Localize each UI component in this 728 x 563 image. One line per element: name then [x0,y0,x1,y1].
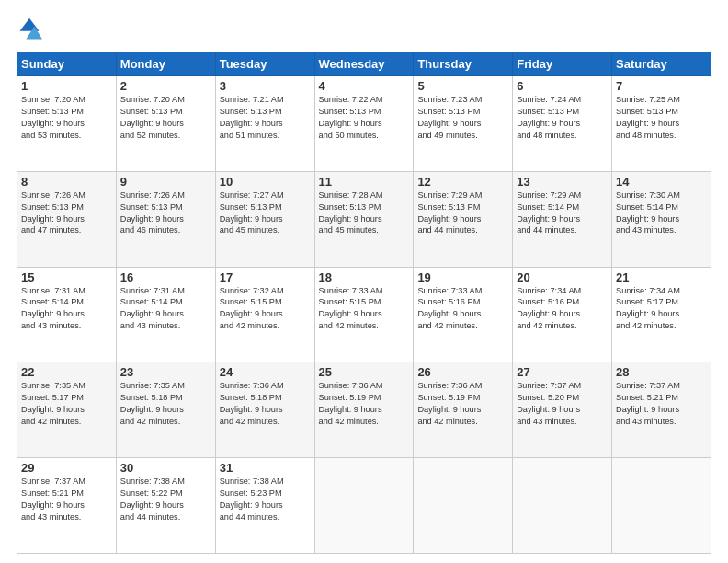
day-number: 17 [220,270,311,284]
calendar-cell: 30Sunrise: 7:38 AM Sunset: 5:22 PM Dayli… [116,458,215,554]
calendar-cell: 3Sunrise: 7:21 AM Sunset: 5:13 PM Daylig… [215,76,314,172]
day-info: Sunrise: 7:34 AM Sunset: 5:17 PM Dayligh… [616,285,707,333]
calendar-cell: 25Sunrise: 7:36 AM Sunset: 5:19 PM Dayli… [314,362,414,458]
calendar-cell: 26Sunrise: 7:36 AM Sunset: 5:19 PM Dayli… [414,362,513,458]
weekday-header-tuesday: Tuesday [215,52,314,76]
calendar-cell [612,458,711,554]
day-info: Sunrise: 7:35 AM Sunset: 5:17 PM Dayligh… [21,380,112,428]
day-number: 13 [517,175,608,189]
day-info: Sunrise: 7:20 AM Sunset: 5:13 PM Dayligh… [21,94,112,142]
day-info: Sunrise: 7:36 AM Sunset: 5:19 PM Dayligh… [417,380,508,428]
day-number: 16 [120,270,211,284]
day-info: Sunrise: 7:36 AM Sunset: 5:18 PM Dayligh… [220,380,311,428]
calendar-cell: 9Sunrise: 7:26 AM Sunset: 5:13 PM Daylig… [116,171,215,267]
day-info: Sunrise: 7:38 AM Sunset: 5:22 PM Dayligh… [120,476,211,523]
day-number: 10 [220,175,311,189]
calendar-cell: 15Sunrise: 7:31 AM Sunset: 5:14 PM Dayli… [17,267,117,362]
calendar-cell: 31Sunrise: 7:38 AM Sunset: 5:23 PM Dayli… [215,458,314,554]
day-info: Sunrise: 7:31 AM Sunset: 5:14 PM Dayligh… [120,285,211,333]
day-info: Sunrise: 7:34 AM Sunset: 5:16 PM Dayligh… [517,285,608,333]
calendar-cell: 17Sunrise: 7:32 AM Sunset: 5:15 PM Dayli… [215,267,314,362]
day-number: 3 [220,79,311,93]
logo-icon [17,17,42,42]
weekday-header-sunday: Sunday [17,52,117,76]
day-info: Sunrise: 7:32 AM Sunset: 5:15 PM Dayligh… [220,285,311,333]
day-info: Sunrise: 7:35 AM Sunset: 5:18 PM Dayligh… [120,380,211,428]
day-number: 15 [21,270,112,284]
calendar-cell: 27Sunrise: 7:37 AM Sunset: 5:20 PM Dayli… [513,362,612,458]
day-info: Sunrise: 7:24 AM Sunset: 5:13 PM Dayligh… [517,94,608,142]
day-number: 28 [616,365,707,379]
calendar-cell: 14Sunrise: 7:30 AM Sunset: 5:14 PM Dayli… [612,171,711,267]
day-info: Sunrise: 7:37 AM Sunset: 5:21 PM Dayligh… [616,380,707,428]
day-number: 19 [417,270,508,284]
day-info: Sunrise: 7:27 AM Sunset: 5:13 PM Dayligh… [220,190,311,237]
calendar-cell [414,458,513,554]
day-number: 5 [417,79,508,93]
calendar-cell: 8Sunrise: 7:26 AM Sunset: 5:13 PM Daylig… [17,171,117,267]
day-number: 1 [21,79,112,93]
day-info: Sunrise: 7:33 AM Sunset: 5:16 PM Dayligh… [417,285,508,333]
day-number: 31 [220,461,311,475]
svg-marker-0 [20,18,40,31]
calendar-cell: 21Sunrise: 7:34 AM Sunset: 5:17 PM Dayli… [612,267,711,362]
day-number: 23 [120,365,211,379]
day-number: 6 [517,79,608,93]
calendar-cell: 29Sunrise: 7:37 AM Sunset: 5:21 PM Dayli… [17,458,117,554]
weekday-header-saturday: Saturday [612,52,711,76]
calendar-cell [314,458,414,554]
weekday-header-wednesday: Wednesday [314,52,414,76]
calendar-cell: 10Sunrise: 7:27 AM Sunset: 5:13 PM Dayli… [215,171,314,267]
day-info: Sunrise: 7:20 AM Sunset: 5:13 PM Dayligh… [120,94,211,142]
day-number: 30 [120,461,211,475]
day-number: 2 [120,79,211,93]
calendar-week-2: 8Sunrise: 7:26 AM Sunset: 5:13 PM Daylig… [17,171,711,267]
day-number: 12 [417,175,508,189]
calendar-cell: 2Sunrise: 7:20 AM Sunset: 5:13 PM Daylig… [116,76,215,172]
calendar-table: SundayMondayTuesdayWednesdayThursdayFrid… [17,52,711,554]
day-info: Sunrise: 7:33 AM Sunset: 5:15 PM Dayligh… [319,285,410,333]
day-number: 18 [319,270,410,284]
calendar-cell: 19Sunrise: 7:33 AM Sunset: 5:16 PM Dayli… [414,267,513,362]
day-number: 25 [319,365,410,379]
day-info: Sunrise: 7:37 AM Sunset: 5:21 PM Dayligh… [21,476,112,523]
day-number: 26 [417,365,508,379]
day-info: Sunrise: 7:22 AM Sunset: 5:13 PM Dayligh… [319,94,410,142]
day-info: Sunrise: 7:37 AM Sunset: 5:20 PM Dayligh… [517,380,608,428]
weekday-header-monday: Monday [116,52,215,76]
weekday-header-thursday: Thursday [414,52,513,76]
calendar-cell: 22Sunrise: 7:35 AM Sunset: 5:17 PM Dayli… [17,362,117,458]
calendar-cell: 18Sunrise: 7:33 AM Sunset: 5:15 PM Dayli… [314,267,414,362]
day-info: Sunrise: 7:31 AM Sunset: 5:14 PM Dayligh… [21,285,112,333]
calendar-cell: 28Sunrise: 7:37 AM Sunset: 5:21 PM Dayli… [612,362,711,458]
day-number: 11 [319,175,410,189]
day-info: Sunrise: 7:28 AM Sunset: 5:13 PM Dayligh… [319,190,410,237]
day-number: 9 [120,175,211,189]
calendar-cell: 16Sunrise: 7:31 AM Sunset: 5:14 PM Dayli… [116,267,215,362]
calendar-cell: 4Sunrise: 7:22 AM Sunset: 5:13 PM Daylig… [314,76,414,172]
calendar-cell: 6Sunrise: 7:24 AM Sunset: 5:13 PM Daylig… [513,76,612,172]
day-number: 21 [616,270,707,284]
day-info: Sunrise: 7:29 AM Sunset: 5:13 PM Dayligh… [417,190,508,237]
day-info: Sunrise: 7:30 AM Sunset: 5:14 PM Dayligh… [616,190,707,237]
calendar-cell: 24Sunrise: 7:36 AM Sunset: 5:18 PM Dayli… [215,362,314,458]
calendar-week-1: 1Sunrise: 7:20 AM Sunset: 5:13 PM Daylig… [17,76,711,172]
day-number: 24 [220,365,311,379]
calendar-week-5: 29Sunrise: 7:37 AM Sunset: 5:21 PM Dayli… [17,458,711,554]
calendar-cell: 7Sunrise: 7:25 AM Sunset: 5:13 PM Daylig… [612,76,711,172]
calendar-week-4: 22Sunrise: 7:35 AM Sunset: 5:17 PM Dayli… [17,362,711,458]
calendar-cell: 5Sunrise: 7:23 AM Sunset: 5:13 PM Daylig… [414,76,513,172]
day-info: Sunrise: 7:26 AM Sunset: 5:13 PM Dayligh… [120,190,211,237]
day-number: 4 [319,79,410,93]
day-number: 20 [517,270,608,284]
day-number: 14 [616,175,707,189]
weekday-header-friday: Friday [513,52,612,76]
calendar-cell: 13Sunrise: 7:29 AM Sunset: 5:14 PM Dayli… [513,171,612,267]
logo [17,17,46,42]
day-info: Sunrise: 7:23 AM Sunset: 5:13 PM Dayligh… [417,94,508,142]
day-info: Sunrise: 7:26 AM Sunset: 5:13 PM Dayligh… [21,190,112,237]
calendar-cell: 11Sunrise: 7:28 AM Sunset: 5:13 PM Dayli… [314,171,414,267]
calendar-cell [513,458,612,554]
day-number: 8 [21,175,112,189]
page: SundayMondayTuesdayWednesdayThursdayFrid… [0,0,728,563]
